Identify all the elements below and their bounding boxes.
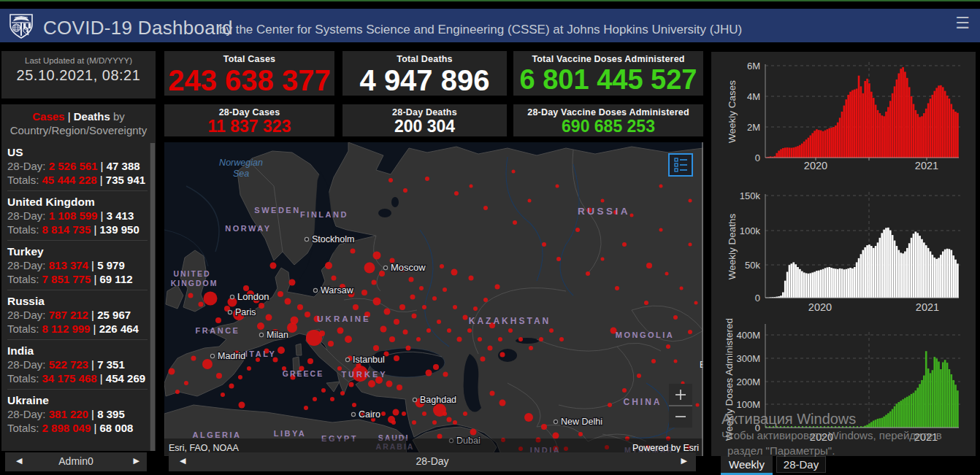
- svg-text:2021: 2021: [915, 160, 938, 171]
- svg-text:Baghdad: Baghdad: [420, 395, 456, 405]
- svg-text:Madrid: Madrid: [218, 351, 245, 361]
- svg-text:200M: 200M: [736, 376, 760, 387]
- svg-text:50k: 50k: [745, 260, 760, 271]
- svg-text:2021: 2021: [916, 301, 939, 313]
- svg-text:150k: 150k: [740, 190, 761, 201]
- svg-text:Weekly Deaths: Weekly Deaths: [727, 213, 738, 279]
- svg-text:RUSSIA: RUSSIA: [578, 206, 630, 217]
- svg-text:New Delhi: New Delhi: [561, 417, 602, 427]
- svg-text:NORWAY: NORWAY: [225, 224, 271, 233]
- svg-text:Moscow: Moscow: [391, 262, 426, 273]
- svg-text:UNITED: UNITED: [173, 269, 210, 278]
- svg-text:LIBYA: LIBYA: [274, 429, 307, 438]
- svg-text:UKRAINE: UKRAINE: [317, 314, 370, 323]
- svg-text:100k: 100k: [740, 225, 761, 236]
- svg-text:FINLAND: FINLAND: [300, 210, 348, 219]
- svg-text:2M: 2M: [747, 122, 760, 133]
- svg-text:Weekly Cases: Weekly Cases: [727, 80, 738, 143]
- svg-text:0: 0: [755, 152, 760, 163]
- svg-text:Paris: Paris: [235, 307, 256, 317]
- svg-text:Warsaw: Warsaw: [321, 285, 354, 296]
- svg-text:4M: 4M: [747, 91, 760, 102]
- svg-text:0: 0: [755, 293, 760, 304]
- svg-text:GREECE: GREECE: [283, 369, 324, 378]
- svg-text:TURKEY: TURKEY: [341, 370, 387, 379]
- svg-text:Sea: Sea: [233, 169, 249, 179]
- svg-text:KAZAKHSTAN: KAZAKHSTAN: [469, 316, 551, 326]
- svg-text:SWEDEN: SWEDEN: [254, 206, 300, 215]
- svg-text:Istanbul: Istanbul: [353, 355, 385, 365]
- svg-text:6M: 6M: [747, 61, 760, 72]
- svg-text:Esri, FAO, NOAA: Esri, FAO, NOAA: [169, 443, 240, 453]
- svg-text:FRANCE: FRANCE: [196, 326, 240, 335]
- svg-text:100M: 100M: [736, 399, 760, 410]
- svg-text:ALGERIA: ALGERIA: [193, 430, 242, 439]
- svg-text:400M: 400M: [736, 330, 760, 341]
- svg-text:2020: 2020: [808, 301, 832, 313]
- svg-text:ITALY: ITALY: [245, 350, 276, 358]
- svg-text:KINGDOM: KINGDOM: [171, 279, 218, 287]
- svg-text:MONGOLIA: MONGOLIA: [616, 331, 675, 339]
- svg-text:London: London: [237, 291, 269, 302]
- svg-text:CHINA: CHINA: [624, 397, 662, 407]
- svg-text:Milan: Milan: [267, 330, 288, 340]
- svg-text:2020: 2020: [804, 160, 827, 171]
- svg-text:Powered by Esri: Powered by Esri: [632, 443, 699, 453]
- svg-text:Cairo: Cairo: [359, 409, 380, 420]
- svg-text:300M: 300M: [736, 353, 760, 364]
- svg-text:Norwegian: Norwegian: [219, 158, 263, 168]
- svg-text:Stockholm: Stockholm: [312, 234, 354, 244]
